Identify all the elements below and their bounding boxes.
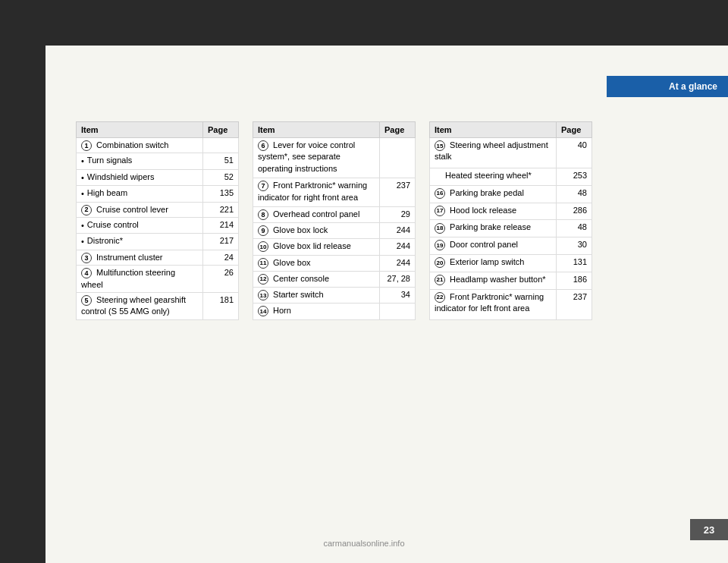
table-row: •Windshield wipers 52 [77, 169, 239, 185]
item-number: 5 [81, 295, 92, 306]
row-item: 13 Starter switch [253, 288, 380, 304]
table-row: 6 Lever for voice control system*, see s… [253, 138, 416, 178]
row-page: 40 [557, 138, 592, 168]
row-page: 253 [557, 168, 592, 186]
item-number: 15 [435, 140, 445, 151]
table3-header-item: Item [430, 122, 557, 138]
table-1: Item Page 1 Combination switch •Turn sig… [76, 121, 239, 320]
table-row: 10 Glove box lid release 244 [253, 239, 416, 255]
table-row: 11 Glove box 244 [253, 255, 416, 271]
table-row: 8 Overhead control panel 29 [253, 206, 416, 222]
row-item: 21 Headlamp washer button* [430, 272, 557, 289]
row-page: 29 [380, 206, 416, 222]
item-number: 22 [435, 292, 445, 303]
row-item: •High beam [77, 186, 203, 202]
row-item: Heated steering wheel* [430, 168, 557, 186]
row-page: 286 [557, 203, 592, 220]
watermark: carmanualsonline.info [323, 539, 404, 548]
table1-header-item: Item [77, 122, 203, 138]
row-page: 237 [380, 178, 416, 206]
table-row: 18 Parking brake release 48 [430, 220, 592, 237]
row-item: 15 Steering wheel adjustment stalk [430, 138, 557, 168]
table-row: 14 Horn [253, 304, 416, 319]
table-row: 4 Multifunction steering wheel 26 [77, 266, 239, 293]
row-item: 4 Multifunction steering wheel [77, 266, 203, 293]
item-number: 3 [81, 253, 92, 263]
row-item: 3 Instrument cluster [77, 250, 203, 265]
table2-header-item: Item [253, 122, 380, 138]
row-page: 214 [203, 217, 239, 233]
table-row: 3 Instrument cluster 24 [77, 250, 239, 265]
item-number: 12 [258, 274, 268, 285]
table-row: 19 Door control panel 30 [430, 237, 592, 255]
row-item: 5 Steering wheel gearshift control (S 55… [77, 292, 203, 319]
row-page: 244 [380, 239, 416, 255]
row-page: 186 [557, 272, 592, 289]
row-page: 51 [203, 153, 239, 169]
item-number: 2 [81, 205, 92, 215]
item-number: 13 [258, 290, 268, 300]
row-item: 6 Lever for voice control system*, see s… [253, 138, 380, 178]
item-number: 9 [258, 225, 268, 236]
table-3: Item Page 15 Steering wheel adjustment s… [429, 121, 592, 320]
row-item: •Cruise control [77, 217, 203, 233]
table-2: Item Page 6 Lever for voice control syst… [253, 121, 416, 320]
row-item: 10 Glove box lid release [253, 239, 380, 255]
item-number: 11 [258, 258, 268, 269]
header-title: At a glance [669, 81, 717, 92]
row-page [380, 138, 416, 178]
table-row: 7 Front Parktronic* warning indicator fo… [253, 178, 416, 206]
row-item: 17 Hood lock release [430, 203, 557, 220]
item-number: 6 [258, 140, 268, 151]
item-number: 8 [258, 209, 268, 220]
row-item: 14 Horn [253, 304, 380, 319]
table1-header-page: Page [203, 122, 239, 138]
row-item: 8 Overhead control panel [253, 206, 380, 222]
row-page: 181 [203, 292, 239, 319]
row-page: 244 [380, 222, 416, 238]
row-page: 217 [203, 234, 239, 250]
table2-header-page: Page [380, 122, 416, 138]
item-number: 1 [81, 140, 92, 151]
table-row: 22 Front Parktronic* warning indicator f… [430, 289, 592, 319]
row-page: 237 [557, 289, 592, 319]
table-row: •Cruise control 214 [77, 217, 239, 233]
tables-container: Item Page 1 Combination switch •Turn sig… [76, 121, 592, 320]
row-page: 48 [557, 220, 592, 237]
item-number: 16 [435, 188, 445, 199]
table-row: 5 Steering wheel gearshift control (S 55… [77, 292, 239, 319]
row-item: 22 Front Parktronic* warning indicator f… [430, 289, 557, 319]
page-number: 23 [704, 524, 714, 536]
item-number: 14 [258, 306, 268, 316]
table-row: 2 Cruise control lever 221 [77, 202, 239, 217]
table-row: Heated steering wheel* 253 [430, 168, 592, 186]
header-bar: At a glance [607, 76, 728, 97]
row-page: 135 [203, 186, 239, 202]
table-row: •High beam 135 [77, 186, 239, 202]
row-item: •Distronic* [77, 234, 203, 250]
row-page [203, 138, 239, 153]
row-item: 16 Parking brake pedal [430, 185, 557, 203]
row-page: 131 [557, 255, 592, 272]
table-row: 21 Headlamp washer button* 186 [430, 272, 592, 289]
row-page: 30 [557, 237, 592, 255]
table-row: 1 Combination switch [77, 138, 239, 153]
item-number: 21 [435, 275, 445, 285]
row-item: 1 Combination switch [77, 138, 203, 153]
page-number-box: 23 [690, 519, 728, 540]
row-page: 26 [203, 266, 239, 293]
row-page [380, 304, 416, 319]
row-page: 52 [203, 169, 239, 185]
row-item: 19 Door control panel [430, 237, 557, 255]
row-item: 9 Glove box lock [253, 222, 380, 238]
row-page: 27, 28 [380, 271, 416, 287]
table-row: 13 Starter switch 34 [253, 288, 416, 304]
table-row: 12 Center console 27, 28 [253, 271, 416, 287]
row-item: 11 Glove box [253, 255, 380, 271]
item-number: 20 [435, 257, 445, 268]
row-item: •Turn signals [77, 153, 203, 169]
table3-header-page: Page [557, 122, 592, 138]
item-number: 19 [435, 240, 445, 250]
table-row: 16 Parking brake pedal 48 [430, 185, 592, 203]
item-number: 18 [435, 223, 445, 234]
